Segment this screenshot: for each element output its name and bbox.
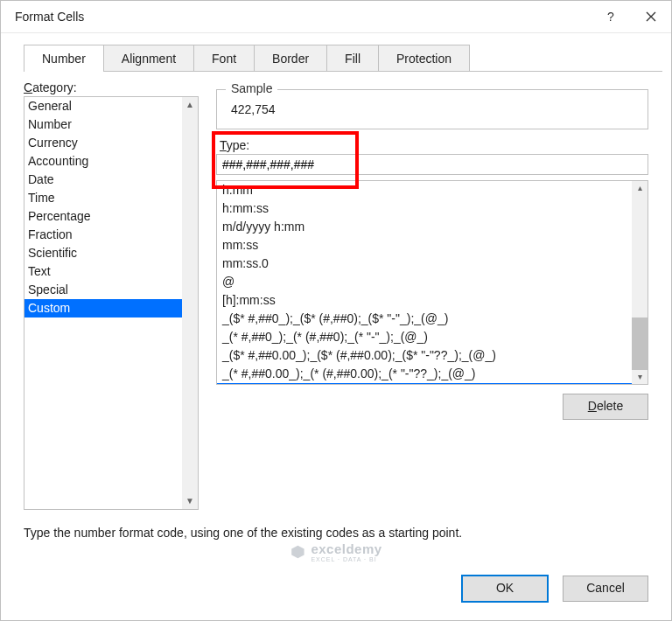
tab-strip: Number Alignment Font Border Fill Protec… [24,45,655,72]
format-cells-dialog: Format Cells ? Number Alignment Font Bor… [0,0,672,621]
format-item[interactable]: mm:ss.0 [217,255,632,273]
category-item-currency[interactable]: Currency [24,134,182,152]
category-item-time[interactable]: Time [24,189,182,207]
hint-text: Type the number format code, using one o… [24,526,648,540]
category-item-number[interactable]: Number [24,115,182,134]
category-label: Category: [24,80,199,94]
close-icon [646,11,656,22]
scroll-up-icon: ▲ [186,99,194,111]
format-item[interactable]: m/d/yyyy h:mm [217,218,632,236]
format-item[interactable]: h:mm [217,181,632,199]
tab-font[interactable]: Font [193,45,255,72]
category-listbox[interactable]: General Number Currency Accounting Date … [24,96,199,510]
format-item[interactable]: ###,###,###,### [217,383,632,384]
tab-number[interactable]: Number [24,45,104,72]
format-item[interactable]: h:mm:ss [217,199,632,218]
window-title: Format Cells [15,10,591,24]
format-list[interactable]: h:mm h:mm:ss m/d/yyyy h:mm mm:ss mm:ss.0… [216,180,648,385]
scroll-down-icon: ▼ [186,495,194,507]
category-item-special[interactable]: Special [24,281,182,299]
category-items: General Number Currency Accounting Date … [24,97,182,509]
category-item-text[interactable]: Text [24,262,182,281]
scroll-down-icon: ▾ [632,370,648,384]
category-item-date[interactable]: Date [24,171,182,189]
sample-label: Sample [226,81,277,95]
category-item-general[interactable]: General [24,97,182,115]
category-scrollbar[interactable]: ▲ ▼ [182,97,198,509]
dialog-footer: OK Cancel [1,575,671,620]
sample-group: Sample 422,754 [216,89,648,129]
type-block: Type: [216,135,648,175]
category-item-percentage[interactable]: Percentage [24,207,182,226]
delete-button[interactable]: Delete [563,394,648,420]
titlebar: Format Cells ? [1,1,671,33]
format-list-items: h:mm h:mm:ss m/d/yyyy h:mm mm:ss mm:ss.0… [217,181,632,384]
ok-button[interactable]: OK [461,575,549,603]
format-item[interactable]: @ [217,273,632,291]
close-button[interactable] [631,3,671,31]
category-item-custom[interactable]: Custom [24,299,182,317]
category-item-scientific[interactable]: Scientific [24,244,182,262]
format-item[interactable]: mm:ss [217,236,632,255]
tab-alignment[interactable]: Alignment [103,45,194,72]
format-item[interactable]: [h]:mm:ss [217,291,632,310]
tab-fill[interactable]: Fill [326,45,379,72]
type-label: Type: [220,138,648,152]
scroll-up-icon: ▴ [632,181,648,195]
tab-protection[interactable]: Protection [378,45,470,72]
delete-row: Delete [216,394,648,420]
format-item[interactable]: _($* #,##0.00_);_($* (#,##0.00);_($* "-"… [217,346,632,365]
dialog-body: Category: General Number Currency Accoun… [1,72,671,510]
format-item[interactable]: _(* #,##0.00_);_(* (#,##0.00);_(* "-"??_… [217,365,632,383]
cancel-button[interactable]: Cancel [563,576,648,602]
type-input[interactable] [216,154,648,175]
sample-value: 422,754 [231,102,635,116]
category-item-fraction[interactable]: Fraction [24,226,182,244]
format-list-scrollbar[interactable]: ▴ ▾ [632,181,648,384]
category-column: Category: General Number Currency Accoun… [24,80,199,510]
right-column: Sample 422,754 Type: h:mm h:mm:ss m/d/yy… [216,80,648,510]
category-item-accounting[interactable]: Accounting [24,152,182,171]
format-item[interactable]: _($* #,##0_);_($* (#,##0);_($* "-"_);_(@… [217,310,632,328]
help-button[interactable]: ? [591,3,631,31]
tab-border[interactable]: Border [254,45,327,72]
svg-marker-0 [291,546,304,558]
format-item[interactable]: _(* #,##0_);_(* (#,##0);_(* "-"_);_(@_) [217,328,632,346]
scrollbar-thumb[interactable] [632,317,648,370]
logo-icon [290,544,305,560]
watermark: exceldemy EXCEL · DATA · BI [290,541,382,562]
